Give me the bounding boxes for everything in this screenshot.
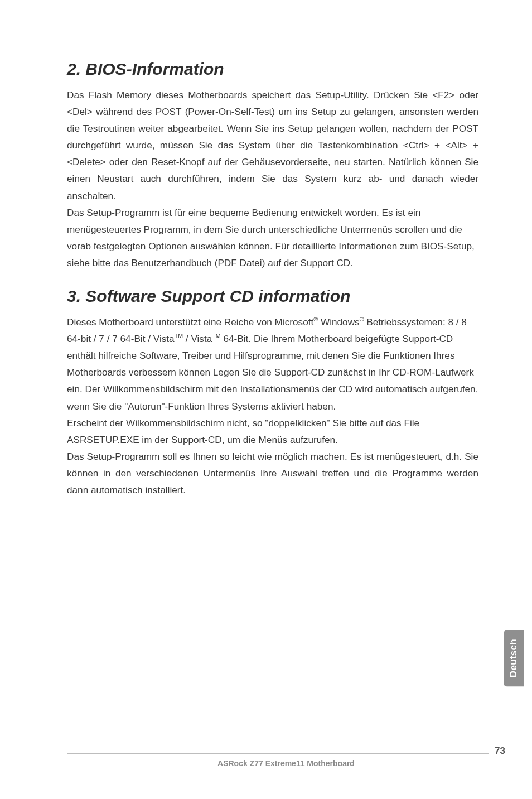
page-content: 2. BIOS-Information Das Flash Memory die… xyxy=(0,0,532,498)
top-rule xyxy=(67,35,478,35)
text-fragment: Dieses Motherboard unterstützt eine Reic… xyxy=(67,316,313,328)
section-3-heading: 3. Software Support CD information xyxy=(67,287,478,306)
registered-mark: ® xyxy=(313,316,318,323)
trademark: TM xyxy=(175,333,183,339)
section-3-paragraph-1: Dieses Motherboard unterstützt eine Reic… xyxy=(67,314,478,415)
section-3-paragraph-2: Erscheint der Wilkommensbildschirm nicht… xyxy=(67,415,478,448)
section-2-heading: 2. BIOS-Information xyxy=(67,60,478,79)
page-footer: 73 ASRock Z77 Extreme11 Motherboard xyxy=(67,753,505,768)
footer-rule xyxy=(67,753,505,754)
section-2-paragraph-1: Das Flash Memory dieses Motherboards spe… xyxy=(67,86,478,204)
text-fragment: 64-Bit. Die Ihrem Motherboard beigefügte… xyxy=(67,333,478,411)
trademark: TM xyxy=(212,333,220,339)
section-3-paragraph-3: Das Setup-Programm soll es Ihnen so leic… xyxy=(67,448,478,498)
section-2-paragraph-2: Das Setup-Programm ist für eine bequeme … xyxy=(67,204,478,271)
section-gap xyxy=(67,271,478,287)
registered-mark: ® xyxy=(360,316,364,323)
footer-rule-inner xyxy=(67,755,505,755)
footer-product-name: ASRock Z77 Extreme11 Motherboard xyxy=(67,759,505,768)
text-fragment: Windows xyxy=(318,316,360,328)
text-fragment: / Vista xyxy=(183,333,212,344)
page-number: 73 xyxy=(489,745,505,757)
language-tab: Deutsch xyxy=(504,630,524,686)
